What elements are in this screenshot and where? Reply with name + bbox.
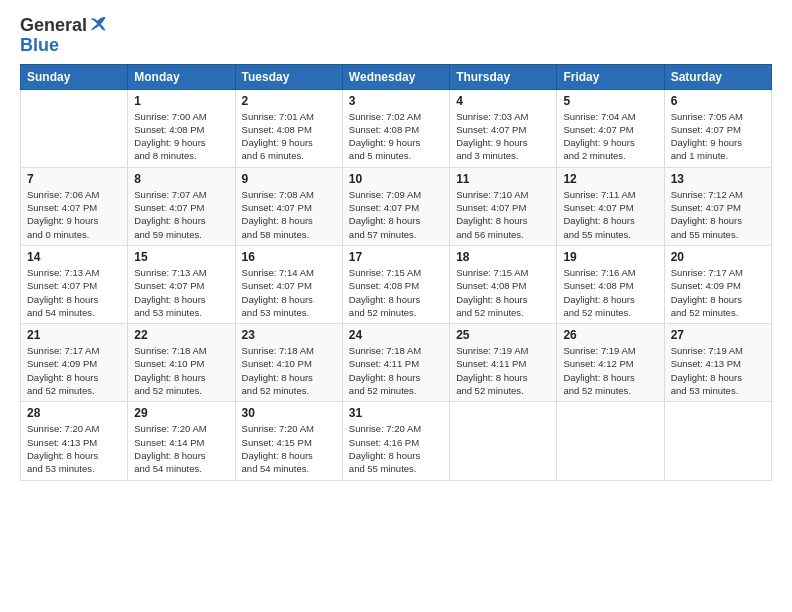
day-number: 7 [27,172,121,186]
day-info: Sunrise: 7:05 AMSunset: 4:07 PMDaylight:… [671,110,765,163]
day-info: Sunrise: 7:12 AMSunset: 4:07 PMDaylight:… [671,188,765,241]
day-info: Sunrise: 7:17 AMSunset: 4:09 PMDaylight:… [671,266,765,319]
day-number: 31 [349,406,443,420]
day-number: 3 [349,94,443,108]
day-number: 10 [349,172,443,186]
day-info: Sunrise: 7:19 AMSunset: 4:13 PMDaylight:… [671,344,765,397]
calendar-cell [450,402,557,480]
day-number: 29 [134,406,228,420]
calendar-cell: 8Sunrise: 7:07 AMSunset: 4:07 PMDaylight… [128,167,235,245]
calendar-cell: 31Sunrise: 7:20 AMSunset: 4:16 PMDayligh… [342,402,449,480]
day-info: Sunrise: 7:18 AMSunset: 4:11 PMDaylight:… [349,344,443,397]
calendar-header-saturday: Saturday [664,64,771,89]
day-number: 28 [27,406,121,420]
day-number: 23 [242,328,336,342]
calendar-cell: 3Sunrise: 7:02 AMSunset: 4:08 PMDaylight… [342,89,449,167]
calendar-header-sunday: Sunday [21,64,128,89]
day-number: 30 [242,406,336,420]
calendar-header-row: SundayMondayTuesdayWednesdayThursdayFrid… [21,64,772,89]
day-number: 26 [563,328,657,342]
calendar-header-friday: Friday [557,64,664,89]
day-info: Sunrise: 7:06 AMSunset: 4:07 PMDaylight:… [27,188,121,241]
day-info: Sunrise: 7:20 AMSunset: 4:14 PMDaylight:… [134,422,228,475]
calendar-cell: 30Sunrise: 7:20 AMSunset: 4:15 PMDayligh… [235,402,342,480]
calendar-cell: 21Sunrise: 7:17 AMSunset: 4:09 PMDayligh… [21,324,128,402]
day-info: Sunrise: 7:14 AMSunset: 4:07 PMDaylight:… [242,266,336,319]
calendar-week-4: 21Sunrise: 7:17 AMSunset: 4:09 PMDayligh… [21,324,772,402]
calendar-week-2: 7Sunrise: 7:06 AMSunset: 4:07 PMDaylight… [21,167,772,245]
day-number: 1 [134,94,228,108]
calendar-cell: 25Sunrise: 7:19 AMSunset: 4:11 PMDayligh… [450,324,557,402]
day-info: Sunrise: 7:09 AMSunset: 4:07 PMDaylight:… [349,188,443,241]
day-number: 27 [671,328,765,342]
calendar-cell: 17Sunrise: 7:15 AMSunset: 4:08 PMDayligh… [342,245,449,323]
logo-text-blue: Blue [20,35,59,55]
day-number: 13 [671,172,765,186]
day-info: Sunrise: 7:13 AMSunset: 4:07 PMDaylight:… [134,266,228,319]
calendar-cell: 6Sunrise: 7:05 AMSunset: 4:07 PMDaylight… [664,89,771,167]
calendar-cell: 27Sunrise: 7:19 AMSunset: 4:13 PMDayligh… [664,324,771,402]
day-number: 9 [242,172,336,186]
calendar-cell: 28Sunrise: 7:20 AMSunset: 4:13 PMDayligh… [21,402,128,480]
calendar-cell: 24Sunrise: 7:18 AMSunset: 4:11 PMDayligh… [342,324,449,402]
day-number: 19 [563,250,657,264]
calendar-header-thursday: Thursday [450,64,557,89]
calendar-cell: 18Sunrise: 7:15 AMSunset: 4:08 PMDayligh… [450,245,557,323]
calendar-cell [664,402,771,480]
calendar-cell: 19Sunrise: 7:16 AMSunset: 4:08 PMDayligh… [557,245,664,323]
day-info: Sunrise: 7:16 AMSunset: 4:08 PMDaylight:… [563,266,657,319]
day-number: 14 [27,250,121,264]
calendar-cell: 16Sunrise: 7:14 AMSunset: 4:07 PMDayligh… [235,245,342,323]
day-info: Sunrise: 7:13 AMSunset: 4:07 PMDaylight:… [27,266,121,319]
day-number: 12 [563,172,657,186]
calendar-cell: 15Sunrise: 7:13 AMSunset: 4:07 PMDayligh… [128,245,235,323]
day-info: Sunrise: 7:10 AMSunset: 4:07 PMDaylight:… [456,188,550,241]
day-info: Sunrise: 7:00 AMSunset: 4:08 PMDaylight:… [134,110,228,163]
day-info: Sunrise: 7:20 AMSunset: 4:13 PMDaylight:… [27,422,121,475]
day-number: 11 [456,172,550,186]
calendar-header-wednesday: Wednesday [342,64,449,89]
calendar-cell: 13Sunrise: 7:12 AMSunset: 4:07 PMDayligh… [664,167,771,245]
calendar-cell: 29Sunrise: 7:20 AMSunset: 4:14 PMDayligh… [128,402,235,480]
calendar-cell: 14Sunrise: 7:13 AMSunset: 4:07 PMDayligh… [21,245,128,323]
day-number: 8 [134,172,228,186]
day-info: Sunrise: 7:18 AMSunset: 4:10 PMDaylight:… [134,344,228,397]
day-info: Sunrise: 7:04 AMSunset: 4:07 PMDaylight:… [563,110,657,163]
day-number: 5 [563,94,657,108]
logo-bird-icon [89,14,109,34]
day-info: Sunrise: 7:15 AMSunset: 4:08 PMDaylight:… [349,266,443,319]
day-number: 15 [134,250,228,264]
day-number: 6 [671,94,765,108]
day-number: 17 [349,250,443,264]
day-info: Sunrise: 7:17 AMSunset: 4:09 PMDaylight:… [27,344,121,397]
day-number: 16 [242,250,336,264]
day-info: Sunrise: 7:19 AMSunset: 4:11 PMDaylight:… [456,344,550,397]
day-number: 25 [456,328,550,342]
calendar-week-3: 14Sunrise: 7:13 AMSunset: 4:07 PMDayligh… [21,245,772,323]
day-info: Sunrise: 7:08 AMSunset: 4:07 PMDaylight:… [242,188,336,241]
day-info: Sunrise: 7:02 AMSunset: 4:08 PMDaylight:… [349,110,443,163]
day-info: Sunrise: 7:20 AMSunset: 4:16 PMDaylight:… [349,422,443,475]
calendar-cell [21,89,128,167]
calendar-cell: 22Sunrise: 7:18 AMSunset: 4:10 PMDayligh… [128,324,235,402]
header: General Blue [20,16,772,56]
day-info: Sunrise: 7:03 AMSunset: 4:07 PMDaylight:… [456,110,550,163]
calendar-cell: 9Sunrise: 7:08 AMSunset: 4:07 PMDaylight… [235,167,342,245]
calendar-header-tuesday: Tuesday [235,64,342,89]
day-number: 21 [27,328,121,342]
calendar-week-5: 28Sunrise: 7:20 AMSunset: 4:13 PMDayligh… [21,402,772,480]
day-info: Sunrise: 7:19 AMSunset: 4:12 PMDaylight:… [563,344,657,397]
logo: General Blue [20,16,109,56]
calendar-cell: 12Sunrise: 7:11 AMSunset: 4:07 PMDayligh… [557,167,664,245]
calendar-cell: 4Sunrise: 7:03 AMSunset: 4:07 PMDaylight… [450,89,557,167]
day-info: Sunrise: 7:18 AMSunset: 4:10 PMDaylight:… [242,344,336,397]
day-number: 24 [349,328,443,342]
calendar-cell: 1Sunrise: 7:00 AMSunset: 4:08 PMDaylight… [128,89,235,167]
calendar-cell: 23Sunrise: 7:18 AMSunset: 4:10 PMDayligh… [235,324,342,402]
calendar-cell: 7Sunrise: 7:06 AMSunset: 4:07 PMDaylight… [21,167,128,245]
calendar-cell [557,402,664,480]
calendar-cell: 26Sunrise: 7:19 AMSunset: 4:12 PMDayligh… [557,324,664,402]
day-info: Sunrise: 7:07 AMSunset: 4:07 PMDaylight:… [134,188,228,241]
day-number: 20 [671,250,765,264]
calendar-cell: 11Sunrise: 7:10 AMSunset: 4:07 PMDayligh… [450,167,557,245]
